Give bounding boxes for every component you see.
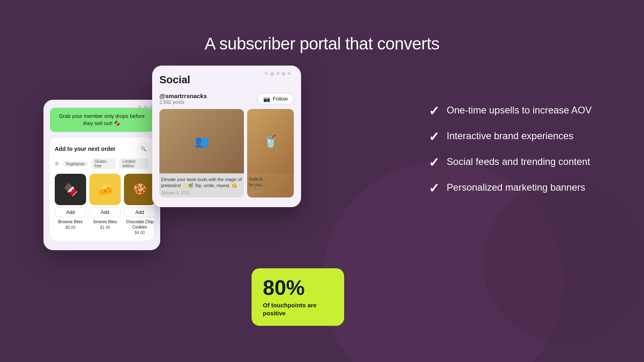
right-phone-dots [265,72,293,76]
product-card-cookies: 🍪 Add Chocolate Chip Cookies $4.00 [124,174,155,235]
checkmark-4: ✓ [429,182,440,195]
feature-item-3: ✓ Social feeds and trending content [429,156,592,169]
product-price-cookies: $4.00 [134,230,144,235]
add-button-brownie[interactable]: Add [55,208,86,217]
feature-text-4: Personalized marketing banners [447,182,585,193]
post-date-1: January 9, 2023 [159,191,244,197]
product-card-brownie: 🍫 Add Brownie Bites $8.00 [55,174,86,235]
feature-item-2: ✓ Interactive brand experiences [429,130,592,143]
feature-list: ✓ One-time upsells to increase AOV ✓ Int… [429,105,592,195]
stats-percent: 80% [263,277,333,298]
profile-info: @smartrrsnacks 2,582 posts [159,93,207,105]
add-order-header: Add to your next order 🔍 [55,143,149,154]
social-profile-row: @smartrrsnacks 2,582 posts 📷 Follow [159,93,294,105]
profile-handle: @smartrrsnacks [159,93,207,99]
product-price-smores: $1.99 [100,225,110,230]
profile-posts-count: 2,582 posts [159,99,207,105]
product-grid: 🍫 Add Brownie Bites $8.00 🧀 Add Smores B… [55,174,149,235]
feature-text-1: One-time upsells to increase AOV [447,105,592,116]
left-phone-dots [138,105,153,110]
product-img-smores: 🧀 [89,174,121,205]
product-card-smores: 🧀 Add Smores Bites $1.99 [89,174,121,235]
right-phone-mockup: Social @smartrrsnacks 2,582 posts 📷 Foll… [152,66,301,207]
stats-description: Of touchpoints are positive [263,301,333,317]
checkmark-3: ✓ [429,156,440,169]
feature-item-1: ✓ One-time upsells to increase AOV [429,105,592,117]
add-order-title: Add to your next order [55,146,116,152]
filter-glutenfree[interactable]: Gluten-free [91,158,116,169]
bg-decoration-2 [483,181,644,342]
feature-text-3: Social feeds and trending content [447,156,590,168]
feature-text-2: Interactive brand experiences [447,130,574,142]
filter-vegetarian[interactable]: Vegetarian [62,161,88,167]
post-card-1: 👥 Elevate your taste buds with the magic… [159,109,244,197]
post-image-1: 👥 [159,109,244,173]
filter-row: ⚙ Vegetarian Gluten-free Limited edition [55,158,149,169]
main-heading: A subscriber portal that converts [0,34,644,53]
stats-badge: 80% Of touchpoints are positive [252,268,344,326]
social-posts-grid: 👥 Elevate your taste buds with the magic… [159,109,294,197]
post-card-2: 🥤 Soda th...for you... Januar... [247,109,294,197]
product-price-brownie: $8.00 [65,225,75,230]
product-name-brownie: Brownie Bites [58,219,83,224]
search-button[interactable]: 🔍 [138,143,149,154]
post-caption-1: Elevate your taste buds with the magic o… [159,173,244,191]
filter-limited[interactable]: Limited edition [119,158,149,169]
add-button-smores[interactable]: Add [89,208,121,217]
feature-item-4: ✓ Personalized marketing banners [429,182,592,195]
left-phone-mockup: Grab your member only drops before they … [43,100,160,250]
checkmark-2: ✓ [429,130,440,143]
post-image-2: 🥤 [247,109,294,173]
post-date-2: Januar... [247,189,294,196]
product-name-smores: Smores Bites [93,219,117,224]
product-name-cookies: Chocolate Chip Cookies [124,219,155,230]
instagram-icon: 📷 [263,96,270,102]
filter-icon: ⚙ [55,161,59,167]
post-caption-2: Soda th...for you... [247,173,294,189]
member-banner: Grab your member only drops before they … [50,108,154,132]
follow-label: Follow [272,96,288,102]
product-img-brownie: 🍫 [55,174,86,205]
follow-button[interactable]: 📷 Follow [257,93,294,105]
add-order-section: Add to your next order 🔍 ⚙ Vegetarian Gl… [50,138,154,241]
add-button-cookies[interactable]: Add [124,208,155,217]
product-img-cookies: 🍪 [124,174,155,205]
checkmark-1: ✓ [429,105,440,117]
